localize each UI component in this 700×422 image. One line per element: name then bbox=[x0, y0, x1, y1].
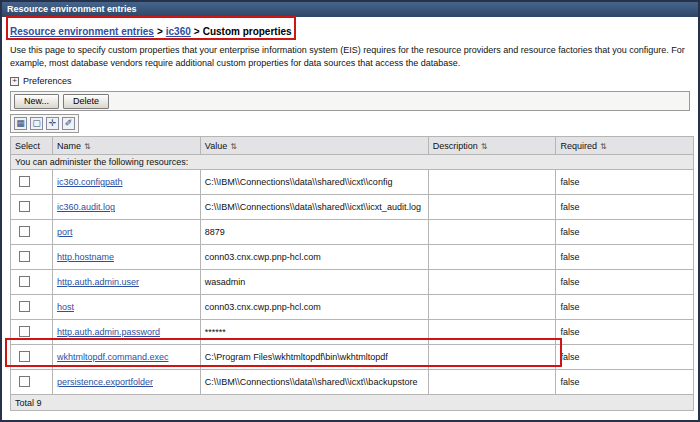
property-name-link[interactable]: ic360.audit.log bbox=[57, 202, 115, 212]
property-value: C:\\IBM\\Connections\\data\\shared\\icxt… bbox=[200, 170, 428, 195]
page-description: Use this page to specify custom properti… bbox=[10, 44, 690, 69]
sort-icon[interactable]: ⇅ bbox=[84, 142, 91, 151]
property-required: false bbox=[556, 195, 694, 220]
property-required: false bbox=[556, 270, 694, 295]
breadcrumb-link-resource-environment-entries[interactable]: Resource environment entries bbox=[10, 26, 154, 37]
property-description bbox=[428, 195, 556, 220]
table-header-row: Select Name⇅ Value⇅ Description⇅ Require… bbox=[11, 137, 694, 155]
page-title-bar: Resource environment entries bbox=[2, 2, 698, 17]
property-name-link[interactable]: persistence.exportfolder bbox=[57, 377, 153, 387]
header-select: Select bbox=[11, 137, 53, 155]
property-value: ****** bbox=[200, 320, 428, 345]
header-value[interactable]: Value⇅ bbox=[200, 137, 428, 155]
row-select-checkbox[interactable] bbox=[19, 176, 30, 187]
table-row-wkhtmltopdf: wkhtmltopdf.command.exec C:\Program File… bbox=[11, 345, 694, 370]
expand-icon[interactable]: + bbox=[10, 77, 19, 86]
clear-filter-icon[interactable]: ✐ bbox=[62, 117, 75, 130]
property-name-link[interactable]: http.hostname bbox=[57, 252, 114, 262]
header-select-label: Select bbox=[15, 141, 40, 151]
row-select-checkbox[interactable] bbox=[19, 301, 30, 312]
property-name-link[interactable]: http.auth.admin.password bbox=[57, 327, 160, 337]
total-count: Total 9 bbox=[11, 395, 694, 411]
row-select-checkbox[interactable] bbox=[19, 226, 30, 237]
property-value: 8879 bbox=[200, 220, 428, 245]
property-value: conn03.cnx.cwp.pnp-hcl.com bbox=[200, 295, 428, 320]
property-name-link[interactable]: port bbox=[57, 227, 73, 237]
delete-button[interactable]: Delete bbox=[63, 94, 109, 109]
sort-icon[interactable]: ⇅ bbox=[481, 142, 488, 151]
property-name-link[interactable]: wkhtmltopdf.command.exec bbox=[57, 352, 169, 362]
table-row: ic360.audit.log C:\\IBM\\Connections\\da… bbox=[11, 195, 694, 220]
property-description bbox=[428, 345, 556, 370]
property-value: C:\\IBM\\Connections\\data\\shared\\icxt… bbox=[200, 370, 428, 395]
property-value: conn03.cnx.cwp.pnp-hcl.com bbox=[200, 245, 428, 270]
row-select-checkbox[interactable] bbox=[19, 376, 30, 387]
table-caption: You can administer the following resourc… bbox=[11, 155, 694, 170]
table-row: http.auth.admin.password ****** false bbox=[11, 320, 694, 345]
sort-icon[interactable]: ⇅ bbox=[230, 142, 237, 151]
property-name-link[interactable]: ic360.configpath bbox=[57, 177, 123, 187]
page-title: Resource environment entries bbox=[7, 4, 137, 14]
row-select-checkbox[interactable] bbox=[19, 326, 30, 337]
table-row: persistence.exportfolder C:\\IBM\\Connec… bbox=[11, 370, 694, 395]
header-description-label: Description bbox=[433, 141, 478, 151]
property-required: false bbox=[556, 370, 694, 395]
header-description[interactable]: Description⇅ bbox=[428, 137, 556, 155]
table-row: port 8879 false bbox=[11, 220, 694, 245]
show-filter-icon[interactable]: ✛ bbox=[46, 117, 59, 130]
header-value-label: Value bbox=[205, 141, 227, 151]
property-required: false bbox=[556, 345, 694, 370]
property-required: false bbox=[556, 320, 694, 345]
property-description bbox=[428, 220, 556, 245]
property-description bbox=[428, 370, 556, 395]
header-required[interactable]: Required⇅ bbox=[556, 137, 694, 155]
row-select-checkbox[interactable] bbox=[19, 201, 30, 212]
property-required: false bbox=[556, 245, 694, 270]
header-required-label: Required bbox=[560, 141, 597, 151]
property-required: false bbox=[556, 295, 694, 320]
table-row: http.auth.admin.user wasadmin false bbox=[11, 270, 694, 295]
breadcrumb: Resource environment entries>ic360>Custo… bbox=[10, 26, 690, 37]
property-description bbox=[428, 245, 556, 270]
row-select-checkbox[interactable] bbox=[19, 276, 30, 287]
property-name-link[interactable]: http.auth.admin.user bbox=[57, 277, 139, 287]
table-icon-toolbar: ▦ ▢ ✛ ✐ bbox=[10, 114, 79, 133]
preferences-section: + Preferences bbox=[10, 76, 690, 86]
property-description bbox=[428, 270, 556, 295]
table-row: ic360.configpath C:\\IBM\\Connections\\d… bbox=[11, 170, 694, 195]
custom-properties-table: Select Name⇅ Value⇅ Description⇅ Require… bbox=[10, 136, 694, 411]
breadcrumb-current: Custom properties bbox=[203, 26, 292, 37]
row-select-checkbox[interactable] bbox=[19, 351, 30, 362]
breadcrumb-link-ic360[interactable]: ic360 bbox=[166, 26, 191, 37]
page-content: Resource environment entries>ic360>Custo… bbox=[2, 17, 698, 411]
property-description bbox=[428, 295, 556, 320]
breadcrumb-separator: > bbox=[157, 26, 163, 37]
table-total-row: Total 9 bbox=[11, 395, 694, 411]
property-value: C:\\IBM\\Connections\\data\\shared\\icxt… bbox=[200, 195, 428, 220]
row-select-checkbox[interactable] bbox=[19, 251, 30, 262]
deselect-all-icon[interactable]: ▢ bbox=[30, 117, 43, 130]
console-page: Resource environment entries Resource en… bbox=[0, 0, 700, 422]
select-all-icon[interactable]: ▦ bbox=[14, 117, 27, 130]
property-required: false bbox=[556, 220, 694, 245]
header-name-label: Name bbox=[57, 141, 81, 151]
property-required: false bbox=[556, 170, 694, 195]
property-name-link[interactable]: host bbox=[57, 302, 74, 312]
button-toolbar: New... Delete bbox=[10, 91, 690, 111]
table-row: http.hostname conn03.cnx.cwp.pnp-hcl.com… bbox=[11, 245, 694, 270]
property-value: wasadmin bbox=[200, 270, 428, 295]
breadcrumb-separator: > bbox=[194, 26, 200, 37]
table-caption-row: You can administer the following resourc… bbox=[11, 155, 694, 170]
sort-icon[interactable]: ⇅ bbox=[600, 142, 607, 151]
property-description bbox=[428, 320, 556, 345]
new-button[interactable]: New... bbox=[14, 94, 59, 109]
property-description bbox=[428, 170, 556, 195]
table-row: host conn03.cnx.cwp.pnp-hcl.com false bbox=[11, 295, 694, 320]
header-name[interactable]: Name⇅ bbox=[52, 137, 200, 155]
property-value: C:\Program Files\wkhtmltopdf\bin\wkhtmlt… bbox=[200, 345, 428, 370]
preferences-label: Preferences bbox=[23, 76, 72, 86]
